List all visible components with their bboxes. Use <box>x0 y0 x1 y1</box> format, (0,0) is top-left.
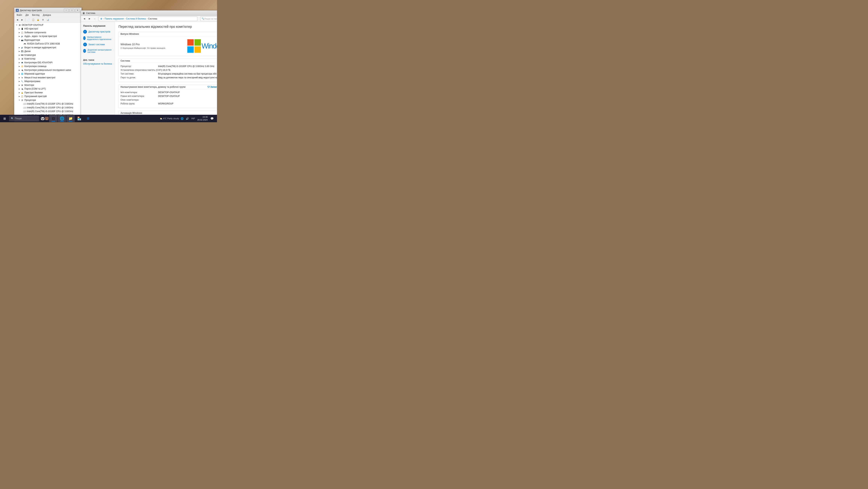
taskbar-app-animals[interactable]: 🐼🐻 <box>40 115 49 122</box>
tree-sw-arrow[interactable] <box>18 31 21 34</box>
tree-item-storage[interactable]: Контролери сховища <box>17 64 81 68</box>
start-button[interactable]: ⊞ <box>1 115 8 122</box>
tree-item-keyboard[interactable]: Клавіатури <box>17 53 81 57</box>
nav-crumb-2[interactable]: Система й безпека <box>126 18 146 20</box>
tree-audio-io-arrow[interactable] <box>18 46 21 49</box>
sidebar-item-advanced[interactable]: 🛡 Додаткові налаштування системи <box>81 48 115 54</box>
taskbar-weather[interactable]: ⛅ 4°C Partly cloudy <box>160 117 179 120</box>
toolbar-btn-4[interactable]: ⚙ <box>41 18 45 22</box>
tree-item-ports[interactable]: Порти (COM та LPT) <box>17 87 81 91</box>
menu-item-action[interactable]: Дія <box>24 13 30 17</box>
taskbar-clock[interactable]: 19:30 29.02.2024 <box>196 116 208 122</box>
tree-ports-arrow[interactable] <box>18 88 21 90</box>
toolbar-forward[interactable]: ▶ <box>20 18 24 22</box>
tree-item-processors[interactable]: Процесори <box>17 98 81 102</box>
tree-hid-arrow[interactable] <box>18 27 21 30</box>
tree-item-software[interactable]: Software components <box>17 31 81 34</box>
nav-back[interactable]: ◀ <box>82 17 87 21</box>
tree-disk-arrow[interactable] <box>18 50 21 53</box>
tree-hid-label: HID-пристрої <box>24 27 38 30</box>
taskbar-app-task-view[interactable]: ⊡ <box>49 115 57 122</box>
taskbar-app-store[interactable]: 🏪 <box>75 115 83 122</box>
tree-mouse-arrow[interactable] <box>18 76 21 79</box>
tree-cpu-2[interactable]: □ Intel(R) Core(TM) i3-10100F CPU @ 3.60… <box>20 110 81 113</box>
tree-firmware-arrow[interactable] <box>18 80 21 83</box>
taskbar-app-remote[interactable]: 🖥 <box>84 115 92 122</box>
tree-ide-arrow[interactable] <box>18 61 21 64</box>
toolbar-back[interactable]: ◀ <box>15 18 20 22</box>
taskbar-network-icon[interactable]: 🌐 <box>180 116 184 121</box>
tree-cpu-0[interactable]: □ Intel(R) Core(TM) i3-10100F CPU @ 3.60… <box>20 102 81 106</box>
tree-item-usb[interactable]: Контролери універсальної послідовної шин… <box>17 68 81 72</box>
tree-item-firmware[interactable]: Мікропрограма: <box>17 80 81 83</box>
tree-storage-arrow[interactable] <box>18 65 21 68</box>
taskbar-app-edge[interactable]: 🌐 <box>58 115 66 122</box>
menu-item-file[interactable]: Файл <box>15 13 24 17</box>
tree-item-audio-io[interactable]: Вхідні та вихідні аудіопристрої <box>17 45 81 50</box>
toolbar-btn-2[interactable]: 📋 <box>31 18 35 22</box>
tree-keyboard-arrow[interactable] <box>18 54 21 56</box>
tree-item-audio[interactable]: Аудіо-, відео- та ігрові пристрої <box>17 34 81 38</box>
tree-root-arrow[interactable] <box>16 24 18 26</box>
toolbar-btn-1[interactable]: 📄 <box>26 18 31 22</box>
nav-crumb-sep1: › <box>103 18 104 20</box>
nav-search-box[interactable]: 🔍 Пошук на панелі керування <box>200 17 217 21</box>
nav-crumb-1[interactable]: Панель керування <box>104 18 124 20</box>
menu-item-view[interactable]: Вигляд <box>31 13 41 17</box>
sidebar-maintenance-link[interactable]: Обслуговування та безпека <box>81 62 115 66</box>
computer-name-body: Ім'я комп'ютера: DESKTOP-OSATAUF Повне і… <box>119 89 217 108</box>
device-manager-title: Диспетчер пристроїв <box>20 9 63 12</box>
taskbar-lang[interactable]: УКР <box>190 117 196 120</box>
sidebar-remote-label: Налаштування віддаленого підключення <box>87 36 112 40</box>
nav-address-bar[interactable]: 🖥 › Панель керування › Система й безпека… <box>99 17 197 21</box>
sidebar-item-remote[interactable]: 🛡 Налаштування віддаленого підключення <box>81 35 115 41</box>
taskbar-search[interactable]: 🔍 Пошук <box>9 116 39 121</box>
tree-item-nvidia[interactable]: NVIDIA GeForce GTX 1060 6GB <box>20 42 81 45</box>
taskbar-app-explorer[interactable]: 📁 <box>66 115 75 122</box>
tree-item-computer[interactable]: Комп'ютер <box>17 57 81 61</box>
change-settings-btn[interactable]: 🛡 Змінити налаштування <box>208 86 217 88</box>
tree-swdevice-arrow[interactable] <box>18 95 21 98</box>
tree-video-arrow[interactable] <box>18 39 21 41</box>
tree-audio-arrow[interactable] <box>18 35 21 37</box>
tree-root[interactable]: DESKTOP-OSATAUF <box>14 23 81 27</box>
toolbar-btn-3[interactable]: 🔒 <box>36 18 40 22</box>
tree-usb-arrow[interactable] <box>18 69 21 71</box>
tree-processors-icon <box>21 99 24 101</box>
tree-item-swdevice[interactable]: Програмний пристрій <box>17 94 81 98</box>
change-settings-label: Змінити налаштування <box>211 86 217 88</box>
menu-item-help[interactable]: Довідка <box>41 13 52 17</box>
sidebar-item-device-manager[interactable]: 🛡 Диспетчер пристроїв <box>81 29 115 35</box>
tree-item-disk[interactable]: Диски <box>17 50 81 53</box>
tree-security-arrow[interactable] <box>18 91 21 94</box>
taskbar-notifications[interactable]: 💬 <box>209 115 215 122</box>
nav-forward[interactable]: ▶ <box>87 17 92 21</box>
tree-monitors-label: Монітори <box>24 84 34 86</box>
device-manager-maximize[interactable]: □ <box>69 9 74 12</box>
tree-monitors-arrow[interactable] <box>18 84 21 86</box>
edition-body: Windows 10 Pro © Корпорація Майкрософт. … <box>119 36 217 56</box>
sidebar-item-protection[interactable]: 🛡 Захист системи <box>81 41 115 48</box>
taskbar-volume-icon[interactable]: 🔊 <box>185 116 190 121</box>
tree-item-monitors[interactable]: Монітори <box>17 83 81 87</box>
edition-name: Windows 10 Pro <box>121 43 184 46</box>
tree-computer-arrow[interactable] <box>18 58 21 60</box>
windows-logo-svg <box>187 38 202 54</box>
tree-processors-arrow[interactable] <box>18 99 21 101</box>
device-manager-minimize[interactable]: ─ <box>64 9 69 12</box>
tree-item-ide[interactable]: Контролери IDE ATA/ATAPI <box>17 61 81 64</box>
tree-network-arrow[interactable] <box>18 72 21 75</box>
tree-item-network[interactable]: Мережеві адаптери <box>17 72 81 76</box>
toolbar-btn-5[interactable]: 📊 <box>45 18 50 22</box>
device-manager-close[interactable]: ✕ <box>75 9 80 12</box>
tree-audio-label: Аудіо-, відео- та ігрові пристрої <box>24 35 57 37</box>
device-manager-tree[interactable]: DESKTOP-OSATAUF HID-пристрої Software co… <box>14 23 82 122</box>
tree-hid-icon <box>21 27 24 30</box>
tree-item-mouse[interactable]: Миша й інші вказівні пристрої <box>17 76 81 80</box>
tree-cpu-1[interactable]: □ Intel(R) Core(TM) i3-10100F CPU @ 3.60… <box>20 106 81 110</box>
tree-item-security[interactable]: Пристрої безпеки <box>17 91 81 94</box>
nav-up[interactable]: ↑ <box>93 17 97 21</box>
tree-item-hid[interactable]: HID-пристрої <box>17 27 81 31</box>
sidebar-device-label: Диспетчер пристроїв <box>88 30 110 33</box>
tree-item-video[interactable]: Відеоадаптери <box>17 38 81 42</box>
